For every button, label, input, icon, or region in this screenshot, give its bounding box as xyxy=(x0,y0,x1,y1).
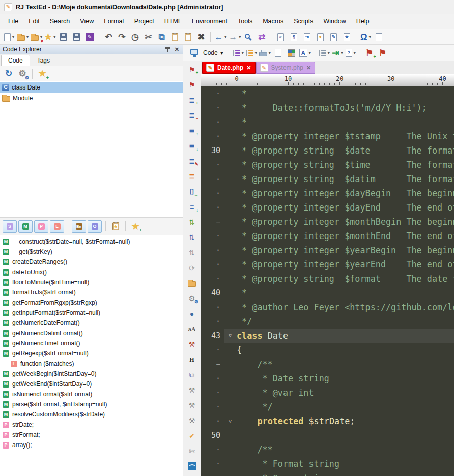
menu-help[interactable]: Help xyxy=(351,16,375,27)
list-item[interactable]: MgetNumericTimeFormat() xyxy=(0,338,183,348)
special-chars-icon[interactable]: Ω▾ xyxy=(359,31,372,43)
line-gutter[interactable]: · xyxy=(201,101,224,115)
line-gutter[interactable]: · xyxy=(201,86,224,101)
reload-file-icon[interactable]: ⟳ xyxy=(186,262,198,273)
compare-icon[interactable]: ⇄ xyxy=(256,31,268,43)
line-gutter[interactable]: · xyxy=(201,272,224,286)
open-file-icon[interactable]: ▾ xyxy=(16,31,29,43)
import-icon-dropdown[interactable]: ▾ xyxy=(340,51,343,55)
import-icon[interactable]: ⇥▾ xyxy=(331,47,344,59)
doc-favorite-icon[interactable]: ★ xyxy=(340,31,353,43)
indent-doc-icon[interactable]: ⇥ xyxy=(301,31,313,43)
save-all-icon[interactable] xyxy=(70,31,82,43)
list-item[interactable]: MgetFormatFromRgxp($strRgxp) xyxy=(0,298,183,308)
tab-close-icon[interactable]: ✕ xyxy=(246,65,251,71)
list-item[interactable]: PstrFormat; xyxy=(0,430,183,440)
line-gutter[interactable]: · xyxy=(201,457,224,471)
open-folder-icon[interactable] xyxy=(186,278,198,288)
line-gutter[interactable]: 43 xyxy=(201,329,224,343)
structure-purple-icon[interactable]: ▾ xyxy=(232,47,244,59)
bookmark-icon[interactable]: ⚑ xyxy=(377,47,389,59)
list-item[interactable]: MgetWeekEnd($intStartDay=0) xyxy=(0,379,183,389)
tab-close-icon[interactable]: ✕ xyxy=(306,65,311,71)
line-gutter[interactable]: · xyxy=(201,186,224,200)
menu-edit[interactable]: Edit xyxy=(23,16,45,27)
html-validate-icon[interactable]: H xyxy=(186,354,198,365)
line-gutter[interactable]: · xyxy=(201,115,224,129)
insert-line-icon[interactable]: ≣+ xyxy=(186,95,198,105)
line-gutter[interactable]: · xyxy=(201,229,224,243)
structure-orange-icon-dropdown[interactable]: ▾ xyxy=(255,51,257,55)
filter-enums-button[interactable]: En xyxy=(72,220,86,233)
highlight-line-icon[interactable]: ≣✎ xyxy=(186,156,198,166)
spellcheck-icon[interactable]: ✔ xyxy=(186,430,198,441)
sort-custom-icon[interactable]: ⇅ xyxy=(186,247,198,258)
history-icon[interactable]: ◷ xyxy=(129,31,141,43)
line-gutter[interactable]: · xyxy=(201,343,224,357)
move-line-up-icon[interactable]: ≣↑ xyxy=(186,125,198,136)
menu-window[interactable]: Window xyxy=(318,16,351,27)
structure-purple-icon-dropdown[interactable]: ▾ xyxy=(242,51,244,55)
line-gutter[interactable]: · xyxy=(201,442,224,457)
script-tool-3-icon[interactable]: ⚒ xyxy=(186,415,198,426)
tree-item-module[interactable]: Module xyxy=(0,93,183,103)
back-icon-dropdown[interactable]: ▾ xyxy=(224,35,226,39)
list-item[interactable]: MgetWeekBegin($intStartDay=0) xyxy=(0,369,183,379)
doc-options-icon[interactable]: ● xyxy=(314,31,326,43)
list-item[interactable]: Parray(); xyxy=(0,440,183,450)
favorites-icon[interactable]: ★▾ xyxy=(44,31,56,43)
line-gutter[interactable]: · xyxy=(201,129,224,143)
structure-gray-icon-dropdown[interactable]: ▾ xyxy=(328,51,330,55)
undo-icon[interactable]: ↶ xyxy=(102,31,115,43)
open-file-icon-dropdown[interactable]: ▾ xyxy=(26,35,29,39)
script-tool-2-icon[interactable]: ⚒ xyxy=(186,400,198,410)
filter-objects-button[interactable]: O xyxy=(88,220,102,233)
cut-icon[interactable]: ✂ xyxy=(142,31,154,43)
list-item[interactable]: M__get($strKey) xyxy=(0,247,183,257)
menu-project[interactable]: Project xyxy=(129,16,159,27)
line-gutter[interactable]: · xyxy=(201,371,224,385)
fold-toggle-icon[interactable]: ▽ xyxy=(229,333,232,338)
line-gutter[interactable]: 30 xyxy=(201,143,224,158)
doc-help-icon-dropdown[interactable]: ▾ xyxy=(354,51,356,55)
save-as-icon[interactable]: ✎ xyxy=(83,31,96,43)
delete-icon[interactable]: ✖ xyxy=(195,31,207,43)
filter-lambdas-button[interactable]: L xyxy=(50,220,64,233)
documents-icon[interactable]: ⧉ xyxy=(186,369,198,380)
goto-bracket-icon[interactable]: []→ xyxy=(186,186,198,197)
list-item[interactable]: MgetNumericDateFormat() xyxy=(0,318,183,328)
code-editor[interactable]: · *· * Date::formatToJs('m/d/Y H:i');· *… xyxy=(201,86,454,476)
list-item[interactable]: PstrDate; xyxy=(0,420,183,430)
line-gutter[interactable]: 50 xyxy=(201,428,224,442)
sort-ascending-icon[interactable]: ⇅ xyxy=(186,217,198,227)
pin-icon[interactable] xyxy=(165,47,171,52)
save-icon[interactable] xyxy=(57,31,69,43)
palette-icon[interactable] xyxy=(286,47,298,59)
favorites-clipboard-icon[interactable]: ★ xyxy=(109,220,122,232)
menu-macros[interactable]: Macros xyxy=(258,16,289,27)
special-chars-icon-dropdown[interactable]: ▾ xyxy=(369,35,371,39)
list-item[interactable]: MfloorToMinute($intTime=null) xyxy=(0,277,183,287)
add-bookmark-icon[interactable]: ⚑+ xyxy=(186,64,198,75)
menu-html[interactable]: HTML xyxy=(159,16,187,27)
redo-icon[interactable]: ↷ xyxy=(116,31,128,43)
menu-format[interactable]: Format xyxy=(99,16,129,27)
sort-descending-icon[interactable]: ⇅ xyxy=(186,232,198,243)
tree-item-class-date[interactable]: Cclass Date xyxy=(0,82,183,93)
close-icon[interactable]: ✕ xyxy=(174,46,180,53)
settings-gears-icon[interactable]: ⚙⚙ xyxy=(186,293,198,304)
menu-view[interactable]: View xyxy=(75,16,99,27)
font-icon[interactable]: A▾ xyxy=(299,47,311,59)
list-item[interactable]: McreateDateRanges() xyxy=(0,257,183,267)
forward-icon-dropdown[interactable]: ▾ xyxy=(239,35,241,39)
goto-line-icon[interactable]: ≡↓ xyxy=(186,201,198,212)
join-lines-icon[interactable]: ≣= xyxy=(186,171,198,182)
list-item[interactable]: MformatToJs($strFormat) xyxy=(0,287,183,298)
line-gutter[interactable]: · xyxy=(201,385,224,400)
list-item[interactable]: MdateToUnix() xyxy=(0,267,183,277)
move-line-down-icon[interactable]: ≣↓ xyxy=(186,140,198,151)
tab-system-php[interactable]: ✎System.php✕ xyxy=(256,62,316,74)
new-file-icon[interactable]: ▾ xyxy=(3,31,15,43)
line-gutter[interactable]: · xyxy=(201,414,224,428)
line-gutter[interactable]: · xyxy=(201,314,224,329)
